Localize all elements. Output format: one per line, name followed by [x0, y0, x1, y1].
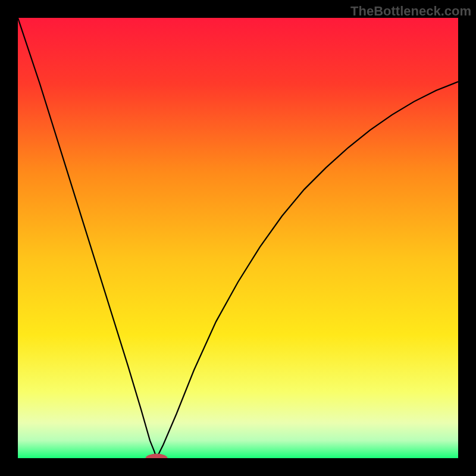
- watermark-text: TheBottleneck.com: [350, 4, 471, 19]
- plot-background: [18, 18, 458, 458]
- bottleneck-curve-plot: [18, 18, 458, 458]
- chart-container: TheBottleneck.com: [0, 0, 476, 476]
